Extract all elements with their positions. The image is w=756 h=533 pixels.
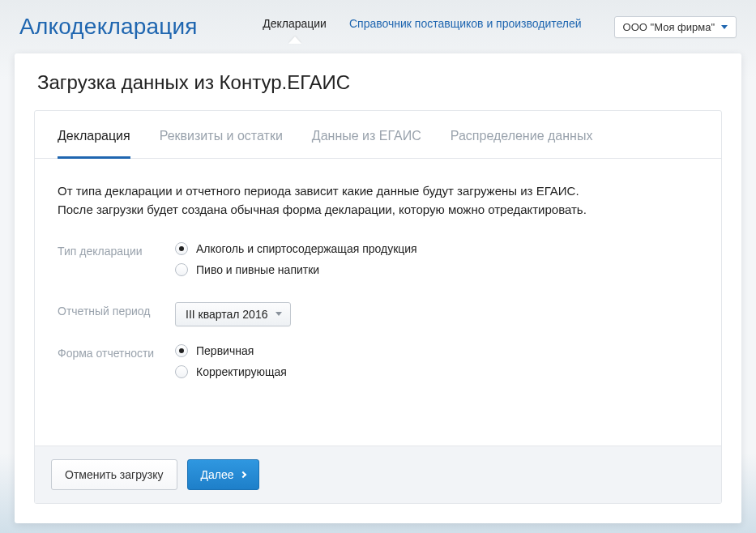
intro-text: От типа декларации и отчетного периода з… <box>58 181 698 220</box>
radio-icon <box>175 242 188 255</box>
control-decl-type: Алкоголь и спиртосодержащая продукция Пи… <box>175 242 417 284</box>
nav-tab-suppliers-directory[interactable]: Справочник поставщиков и производителей <box>349 17 582 36</box>
caret-down-icon <box>721 25 728 29</box>
radio-label: Пиво и пивные напитки <box>196 263 319 276</box>
row-period: Отчетный период III квартал 2016 <box>58 302 698 326</box>
radio-form-kind-corrective[interactable]: Корректирующая <box>175 365 287 378</box>
row-form-kind: Форма отчетности Первичная Корректирующа… <box>58 344 698 386</box>
company-select-label: ООО "Моя фирма" <box>623 21 715 33</box>
radio-label: Первичная <box>196 344 254 357</box>
wizard-tab-requisites: Реквизиты и остатки <box>160 111 283 158</box>
label-period: Отчетный период <box>58 302 175 326</box>
caret-down-icon <box>275 312 282 316</box>
next-button[interactable]: Далее <box>187 459 259 490</box>
wizard-tab-egais-data: Данные из ЕГАИС <box>312 111 421 158</box>
wizard-panel: Декларация Реквизиты и остатки Данные из… <box>34 110 722 504</box>
period-select[interactable]: III квартал 2016 <box>175 302 291 326</box>
radio-icon <box>175 365 188 378</box>
radio-label: Корректирующая <box>196 365 287 378</box>
app-title: Алкодекларация <box>19 14 198 40</box>
next-button-label: Далее <box>201 468 234 481</box>
radio-decl-type-beer[interactable]: Пиво и пивные напитки <box>175 263 417 276</box>
control-period: III квартал 2016 <box>175 302 291 326</box>
radio-label: Алкоголь и спиртосодержащая продукция <box>196 242 417 255</box>
label-decl-type: Тип декларации <box>58 242 175 284</box>
radio-form-kind-primary[interactable]: Первичная <box>175 344 287 357</box>
wizard-footer: Отменить загрузку Далее <box>35 446 721 503</box>
radio-icon <box>175 263 188 276</box>
radio-icon <box>175 344 188 357</box>
radio-decl-type-alcohol[interactable]: Алкоголь и спиртосодержащая продукция <box>175 242 417 255</box>
control-form-kind: Первичная Корректирующая <box>175 344 287 386</box>
period-select-value: III квартал 2016 <box>186 308 267 321</box>
intro-line-1: От типа декларации и отчетного периода з… <box>58 181 698 200</box>
company-select[interactable]: ООО "Моя фирма" <box>614 16 737 38</box>
main-card: Загрузка данных из Контур.ЕГАИС Декларац… <box>15 53 741 523</box>
row-decl-type: Тип декларации Алкоголь и спиртосодержащ… <box>58 242 698 284</box>
cancel-button[interactable]: Отменить загрузку <box>51 459 177 490</box>
cancel-button-label: Отменить загрузку <box>65 468 164 481</box>
wizard-tabs: Декларация Реквизиты и остатки Данные из… <box>35 111 721 159</box>
topbar: Алкодекларация Декларации Справочник пос… <box>0 0 756 45</box>
intro-line-2: После загрузки будет создана обычная фор… <box>58 200 698 219</box>
label-form-kind: Форма отчетности <box>58 344 175 386</box>
page-title: Загрузка данных из Контур.ЕГАИС <box>15 53 741 110</box>
wizard-body: От типа декларации и отчетного периода з… <box>35 159 721 446</box>
chevron-right-icon <box>239 471 246 478</box>
nav-tabs: Декларации Справочник поставщиков и прои… <box>263 17 581 36</box>
wizard-tab-declaration[interactable]: Декларация <box>58 111 130 158</box>
nav-tab-declarations[interactable]: Декларации <box>263 17 327 36</box>
wizard-tab-data-distribution: Распределение данных <box>451 111 593 158</box>
